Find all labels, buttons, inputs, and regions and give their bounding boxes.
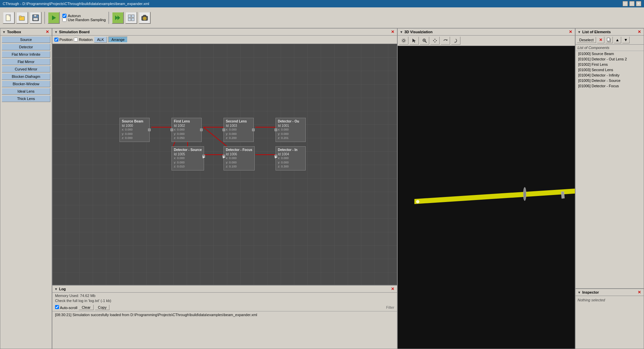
toolbox-header: ▼ Toolbox ✕ [0, 29, 52, 36]
toolbox-close[interactable]: ✕ [45, 30, 50, 34]
viz3d-collapse[interactable]: ▼ [400, 30, 403, 34]
sim-canvas[interactable]: Source Beam Id 1000 x: 0.000y: 0.000z: 0… [52, 44, 397, 285]
save-button[interactable] [30, 12, 42, 24]
svg-point-15 [144, 18, 145, 19]
rotation-checkbox[interactable] [74, 38, 78, 42]
inspector-content: Nothing selected [576, 296, 644, 304]
inspector-collapse[interactable]: ▼ [578, 291, 581, 294]
node-detector-infinity[interactable]: Detector - In Id 1004 x: 0.000y: 0.000z:… [276, 146, 306, 170]
toolbox-item-source[interactable]: Source [2, 36, 50, 43]
node-second-lens-port-left [222, 129, 225, 131]
list-item-01001[interactable]: [01001] Detector - Out Lens 2 [576, 56, 644, 62]
log-controls: Auto-scroll Clear Copy Filter [52, 304, 397, 311]
run-button[interactable] [48, 12, 60, 24]
log-collapse[interactable]: ▼ [54, 287, 58, 291]
list-item-01003[interactable]: [01003] Second Lens [576, 67, 644, 72]
alk-button[interactable]: ALK [94, 37, 107, 43]
toolbox-item-thick-lens[interactable]: Thick Lens [2, 95, 50, 102]
toolbox-item-blocker-diafragm[interactable]: Blocker-Diafragm [2, 73, 50, 80]
top-panels: ▼ Toolbox ✕ Source Detector Flat Mirror … [0, 28, 644, 349]
open-button[interactable] [16, 12, 28, 24]
close-button[interactable]: ✕ [636, 1, 641, 6]
node-detector-out-coords: x: 0.000y: 0.000z: 0.201 [278, 128, 303, 140]
toolbox-collapse[interactable]: ▼ [2, 30, 6, 34]
beam-visualization [398, 46, 575, 349]
autorun-checkbox[interactable] [62, 14, 66, 18]
list-elements-close[interactable]: ✕ [637, 30, 642, 34]
toolbox-item-flat-mirror[interactable]: Flat Mirror [2, 58, 50, 65]
log-panel: ▼ Log ✕ Memory Used: 74.62 Mb Check the … [52, 285, 397, 349]
node-source-beam-port-right [148, 129, 151, 131]
viz-pointer-btn[interactable] [409, 37, 419, 45]
position-checkbox-label[interactable]: Position [54, 38, 72, 42]
toolbox-item-ideal-lens[interactable]: Ideal Lens [2, 88, 50, 95]
list-elements-collapse[interactable]: ▼ [578, 30, 581, 34]
node-second-lens-coords: x: 0.000y: 0.000z: 0.200 [226, 128, 251, 140]
rotation-checkbox-label[interactable]: Rotation [74, 38, 93, 42]
svg-rect-10 [132, 15, 134, 17]
viz-pan-btn[interactable] [430, 37, 440, 45]
sim-board-collapse[interactable]: ▼ [54, 30, 58, 34]
down-icon-btn[interactable]: ▼ [622, 37, 630, 43]
position-label: Position [59, 38, 72, 42]
random-sampling-label[interactable]: Use Random Sampling [62, 18, 106, 22]
toolbox-item-detector[interactable]: Detector [2, 44, 50, 50]
log-title: Log [59, 287, 66, 291]
svg-rect-5 [33, 18, 38, 20]
viz3d-close[interactable]: ✕ [568, 30, 573, 34]
toolbox-item-blocker-window[interactable]: Blocker-Window [2, 81, 50, 87]
viz-rotate-x-btn[interactable] [441, 37, 450, 45]
log-close[interactable]: ✕ [390, 287, 395, 291]
content-area: ▼ Toolbox ✕ Source Detector Flat Mirror … [0, 28, 644, 349]
node-source-beam[interactable]: Source Beam Id 1000 x: 0.000y: 0.000z: 0… [119, 118, 150, 142]
grid-button[interactable] [125, 12, 137, 24]
arrange-button[interactable]: Arrange [108, 37, 128, 43]
svg-point-25 [403, 40, 405, 42]
sim-area: ▼ Simulation Board ✕ Position Rotation A… [52, 28, 397, 349]
node-first-lens[interactable]: First Lens Id 1002 x: 0.000y: 0.000z: 0.… [171, 118, 202, 142]
sim-board-close[interactable]: ✕ [390, 30, 395, 34]
viz-zoom-btn[interactable] [420, 37, 429, 45]
svg-rect-4 [34, 15, 37, 17]
position-checkbox[interactable] [54, 38, 58, 42]
delete-icon-btn[interactable]: ✕ [597, 37, 604, 43]
node-detector-out-id: Id 1001 [278, 124, 303, 128]
autorun-checkbox-label[interactable]: Autorun [62, 14, 106, 18]
list-item-01005[interactable]: [01005] Detector - Source [576, 78, 644, 83]
list-item-01002[interactable]: [01002] First Lens [576, 62, 644, 67]
node-detector-out[interactable]: Detector - Ou Id 1001 x: 0.000y: 0.000z:… [276, 118, 306, 142]
new-button[interactable] [3, 12, 15, 24]
list-components-header: List of Components [576, 45, 644, 51]
minimize-button[interactable]: ─ [623, 1, 628, 6]
inspector-close[interactable]: ✕ [637, 290, 642, 295]
node-detector-source[interactable]: Detector - Source Id 1005 x: 0.000y: 0.0… [171, 146, 204, 170]
node-first-lens-title: First Lens [174, 119, 199, 123]
deselect-button[interactable]: Deselect [577, 37, 596, 43]
list-item-01006[interactable]: [01006] Detector - Focus [576, 83, 644, 89]
svg-rect-12 [132, 18, 134, 21]
node-second-lens[interactable]: Second Lens Id 1003 x: 0.000y: 0.000z: 0… [224, 118, 254, 142]
fastrun-button[interactable] [112, 12, 124, 24]
random-sampling-checkbox[interactable] [62, 18, 66, 22]
viz-settings-btn[interactable] [399, 37, 408, 45]
autoscroll-checkbox[interactable] [55, 305, 59, 309]
viz-rotate-y-btn[interactable] [451, 37, 460, 45]
toolbox-item-curved-mirror[interactable]: Curved Mirror [2, 66, 50, 72]
autoscroll-label[interactable]: Auto-scroll [55, 305, 77, 310]
viz3d-canvas[interactable] [398, 46, 575, 349]
node-source-beam-id: Id 1000 [122, 124, 147, 128]
camera-button[interactable] [139, 12, 151, 24]
node-detector-focus-title: Detector - Focus [226, 148, 252, 152]
maximize-button[interactable]: □ [629, 1, 635, 6]
up-icon-btn[interactable]: ▲ [614, 37, 621, 43]
node-first-lens-port-left [170, 129, 173, 131]
toolbox-item-flat-mirror-infinite[interactable]: Flat Mirror Infinite [2, 51, 50, 58]
clear-button[interactable]: Clear [79, 305, 93, 310]
list-elements-panel: ▼ List of Elements ✕ Deselect ✕ ▲ [575, 28, 644, 289]
copy-icon-btn[interactable] [605, 37, 613, 43]
viz3d-header: ▼ 3D Visualziation ✕ [398, 29, 575, 36]
list-item-01004[interactable]: [01004] Detector - Infinity [576, 72, 644, 78]
list-item-01000[interactable]: [01000] Source Beam [576, 51, 644, 56]
copy-button[interactable]: Copy [95, 305, 110, 310]
node-detector-focus[interactable]: Detector - Focus Id 1006 x: 0.000y: 0.00… [224, 146, 255, 170]
